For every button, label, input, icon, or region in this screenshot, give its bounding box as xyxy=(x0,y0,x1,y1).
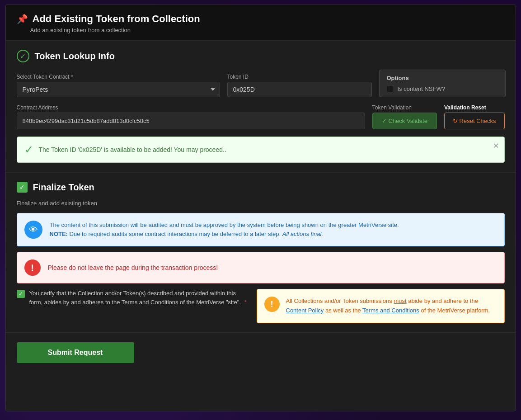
required-star: * xyxy=(244,299,247,306)
reset-checks-button[interactable]: ↻ Reset Checks xyxy=(444,113,505,129)
token-lookup-check-icon: ✓ xyxy=(17,50,29,62)
policy-text-2: abide by and adhere to the xyxy=(408,297,478,304)
policy-banner: ! All Collections and/or Token submissio… xyxy=(257,289,505,323)
contract-address-group: Contract Address xyxy=(17,104,365,129)
info-message: The content of this submission will be a… xyxy=(50,222,399,228)
eye-icon: 👁 xyxy=(24,221,42,239)
info-italic: All actions final. xyxy=(282,231,323,237)
token-id-group: Token ID xyxy=(227,74,372,97)
warning-banner: ! Please do not leave the page during th… xyxy=(17,252,505,283)
contract-address-input[interactable] xyxy=(17,113,365,129)
contract-label: Select Token Contract * xyxy=(17,74,220,80)
nsfw-label: Is content NSFW? xyxy=(398,85,445,92)
info-note-label: NOTE: xyxy=(50,231,68,237)
audit-info-text: The content of this submission will be a… xyxy=(50,221,399,238)
token-validation-group: Token Validation ✓ Check Validate xyxy=(372,104,437,129)
finalize-token-section: ✓ Finalize Token Finalize and add existi… xyxy=(6,173,516,333)
terms-left: ✓ You cerify that the Collection and/or … xyxy=(17,289,249,323)
submit-request-button[interactable]: Submit Request xyxy=(17,342,134,363)
policy-text: All Collections and/or Token submissions… xyxy=(286,297,497,316)
warning-text: Please do not leave the page during the … xyxy=(48,264,218,271)
policy-text-3: as well as the xyxy=(325,307,362,314)
check-validate-button[interactable]: ✓ Check Validate xyxy=(372,113,437,129)
success-text: The Token ID '0x025D' is available to be… xyxy=(39,146,226,153)
validation-reset-label: Validation Reset xyxy=(444,104,505,111)
nsfw-checkbox[interactable] xyxy=(387,85,394,92)
pin-icon: 📌 xyxy=(17,14,28,24)
page-subtitle: Add an existing token from a collection xyxy=(30,27,505,33)
terms-conditions-link[interactable]: Terms and Conditions xyxy=(362,307,419,314)
options-label: Options xyxy=(387,75,498,81)
warning-icon: ! xyxy=(24,260,41,276)
finalize-subtitle: Finalize and add existing token xyxy=(17,200,505,207)
info-note: Due to required audits some contract int… xyxy=(70,231,282,237)
finalize-token-header: ✓ Finalize Token xyxy=(17,182,505,193)
token-validation-label: Token Validation xyxy=(372,104,437,111)
policy-icon: ! xyxy=(264,297,280,312)
token-lookup-header: ✓ Token Lookup Info xyxy=(17,50,505,62)
terms-row: ✓ You cerify that the Collection and/or … xyxy=(17,289,505,323)
options-box: Options Is content NSFW? xyxy=(379,70,506,97)
validation-reset-group: Validation Reset ↻ Reset Checks xyxy=(444,104,505,129)
token-lookup-form-row: Select Token Contract * PyroPets Token I… xyxy=(17,70,505,97)
success-check-icon: ✓ xyxy=(24,143,33,156)
main-container: 📌 Add Existing Token from Collection Add… xyxy=(5,5,516,411)
token-id-input[interactable] xyxy=(227,82,372,97)
page-header-title: 📌 Add Existing Token from Collection xyxy=(17,13,505,25)
submit-section: Submit Request xyxy=(6,333,516,377)
policy-text-4: of the MetriVerse platform. xyxy=(421,307,489,314)
token-lookup-title: Token Lookup Info xyxy=(35,51,115,61)
contract-select[interactable]: PyroPets xyxy=(17,82,220,97)
token-id-label: Token ID xyxy=(227,74,372,80)
contract-select-group: Select Token Contract * PyroPets xyxy=(17,74,220,97)
page-header: 📌 Add Existing Token from Collection Add… xyxy=(6,5,516,40)
contract-address-row: Contract Address Token Validation ✓ Chec… xyxy=(17,104,505,129)
finalize-check-icon: ✓ xyxy=(17,182,28,193)
audit-info-banner: 👁 The content of this submission will be… xyxy=(17,213,505,246)
policy-text-1: All Collections and/or Token submissions xyxy=(286,297,394,304)
terms-text-content: You cerify that the Collection and/or To… xyxy=(29,290,241,306)
success-banner: ✓ The Token ID '0x025D' is available to … xyxy=(17,137,505,163)
finalize-token-title: Finalize Token xyxy=(33,182,94,193)
page-title: Add Existing Token from Collection xyxy=(33,13,200,25)
terms-checkbox[interactable]: ✓ xyxy=(17,290,25,298)
contract-address-label: Contract Address xyxy=(17,104,365,111)
policy-must: must xyxy=(394,297,406,304)
terms-text: You cerify that the Collection and/or To… xyxy=(29,289,249,307)
success-close-button[interactable]: ✕ xyxy=(493,142,499,150)
content-policy-link[interactable]: Content Policy xyxy=(286,307,324,314)
nsfw-row: Is content NSFW? xyxy=(387,85,498,92)
token-lookup-section: ✓ Token Lookup Info Select Token Contrac… xyxy=(6,41,516,172)
